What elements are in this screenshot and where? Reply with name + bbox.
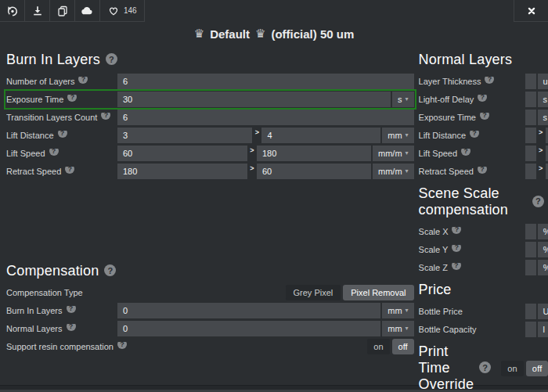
resin-profile-dialog: 146 ♛ Default ♛ (official) 50 um Burn In… (0, 0, 548, 385)
burnin-lift-speed-from-input[interactable] (117, 146, 247, 161)
normal-lift-speed-from-input[interactable] (525, 146, 536, 161)
normal-retract-speed-to-input[interactable] (546, 164, 548, 179)
cloud-button[interactable] (75, 0, 100, 22)
scale-z-input[interactable] (525, 260, 536, 275)
field-label: Lift Distance (419, 131, 467, 140)
support-resin-on-button[interactable]: on (367, 339, 389, 354)
field-label: Lift Speed (6, 149, 45, 158)
help-icon[interactable]: ? (452, 245, 461, 252)
light-off-delay-input[interactable] (525, 92, 536, 107)
profile-title: ♛ Default ♛ (official) 50 um (0, 23, 548, 44)
currency-label[interactable]: USD (538, 304, 548, 319)
help-icon[interactable]: ? (532, 196, 544, 207)
burnin-lift-distance-from-input[interactable] (117, 128, 252, 143)
help-icon[interactable]: ? (452, 227, 461, 234)
help-icon[interactable]: ? (452, 263, 461, 270)
unit-dropdown[interactable]: s ▾ (538, 110, 548, 125)
normal-exposure-time-input[interactable] (525, 110, 536, 125)
chevron-down-icon: ▾ (406, 168, 409, 174)
section-compensation: Compensation ? Compensation Type Grey Pi… (6, 263, 414, 354)
burnin-lift-speed-to-input[interactable] (257, 146, 371, 161)
close-button[interactable] (514, 0, 548, 22)
download-button[interactable] (25, 0, 50, 22)
grey-pixel-button[interactable]: Grey Pixel (286, 285, 341, 300)
chevron-down-icon: ▾ (406, 150, 409, 156)
field-label: Retract Speed (419, 167, 474, 176)
unit-dropdown[interactable]: mm ▾ (382, 128, 413, 143)
bottle-capacity-input[interactable] (525, 322, 536, 337)
unit-dropdown[interactable]: s ▾ (538, 92, 548, 107)
help-icon[interactable]: ? (480, 113, 489, 120)
field-label: Exposure Time (419, 113, 476, 122)
row-number-of-layers: Number of Layers ? (6, 74, 414, 89)
burn-in-layers-title: Burn In Layers ? (6, 52, 414, 68)
unit-dropdown[interactable]: mm/m ▾ (373, 146, 414, 161)
unit-dropdown[interactable]: mm ▾ (382, 321, 413, 336)
field-label: Number of Layers (6, 77, 74, 86)
chevron-down-icon: ▾ (406, 96, 409, 102)
burnin-lift-distance-to-input[interactable] (261, 128, 380, 143)
copy-icon (56, 5, 69, 17)
help-icon[interactable]: ? (117, 342, 127, 349)
field-label: Support resin compensation (6, 342, 114, 351)
normal-lift-speed-to-input[interactable] (546, 146, 548, 161)
bottle-price-input[interactable] (525, 304, 536, 319)
number-of-layers-input[interactable] (117, 74, 414, 89)
chevron-down-icon: ▾ (406, 325, 409, 332)
compensation-burn-in-input[interactable] (117, 303, 380, 318)
help-icon[interactable]: ? (78, 77, 88, 84)
help-icon[interactable]: ? (461, 149, 470, 156)
heart-icon (107, 5, 120, 17)
copy-button[interactable] (50, 0, 75, 22)
unit-dropdown[interactable]: um ▾ (538, 74, 548, 89)
burnin-exposure-time-input[interactable] (117, 92, 391, 107)
help-icon[interactable]: ? (58, 131, 67, 138)
row-normal-lift-distance: Lift Distance ? > mm ▾ (419, 128, 544, 143)
unit-dropdown[interactable]: l ▾ (538, 322, 548, 337)
help-icon[interactable]: ? (67, 95, 77, 102)
transition-layers-count-input[interactable] (117, 110, 414, 125)
print-time-override-on-button[interactable]: on (501, 361, 524, 376)
compensation-normal-input[interactable] (117, 321, 380, 336)
normal-layers-title: Normal Layers (419, 52, 544, 68)
help-icon[interactable]: ? (65, 167, 74, 174)
help-icon[interactable]: ? (67, 324, 76, 331)
normal-lift-distance-to-input[interactable] (546, 128, 548, 143)
help-icon[interactable]: ? (470, 131, 479, 138)
pixel-removal-button[interactable]: Pixel Removal (343, 285, 413, 300)
range-separator: > (247, 146, 257, 154)
help-icon[interactable]: ? (106, 53, 117, 65)
unit-label: % (538, 260, 548, 275)
help-icon[interactable]: ? (479, 361, 491, 373)
field-label: Transition Layers Count (6, 113, 97, 122)
chevron-down-icon: ▾ (406, 132, 409, 138)
normal-retract-speed-from-input[interactable] (525, 164, 536, 179)
unit-dropdown[interactable]: mm ▾ (382, 303, 413, 318)
scale-x-input[interactable] (525, 224, 536, 239)
print-time-override-off-button[interactable]: off (526, 361, 548, 376)
field-label: Normal Layers (6, 324, 63, 333)
burnin-retract-speed-from-input[interactable] (117, 164, 247, 179)
range-separator: > (247, 164, 257, 172)
row-transition-layers-count: Transition Layers Count ? (6, 110, 414, 125)
help-icon[interactable]: ? (478, 167, 487, 174)
help-icon[interactable]: ? (104, 264, 116, 276)
scale-y-input[interactable] (525, 242, 536, 257)
layer-thickness-input[interactable] (525, 74, 536, 89)
burnin-retract-speed-to-input[interactable] (257, 164, 371, 179)
row-normal-retract-speed: Retract Speed ? > mm/m ▾ (419, 164, 544, 179)
support-resin-off-button[interactable]: off (392, 339, 414, 354)
unit-dropdown[interactable]: s ▾ (392, 92, 414, 107)
help-icon[interactable]: ? (478, 95, 487, 102)
field-label: Scale Y (419, 245, 449, 254)
favorite-button[interactable]: 146 (100, 0, 145, 22)
help-icon[interactable]: ? (101, 113, 110, 120)
help-icon[interactable]: ? (67, 306, 76, 313)
help-icon[interactable]: ? (49, 149, 59, 156)
normal-lift-distance-from-input[interactable] (525, 128, 536, 143)
unit-dropdown[interactable]: mm/m ▾ (373, 164, 414, 179)
reset-button[interactable] (0, 0, 25, 22)
row-compensation-normal: Normal Layers ? mm ▾ (6, 321, 414, 336)
help-icon[interactable]: ? (485, 77, 494, 84)
section-price: Price Bottle Price USD ▴ (419, 282, 544, 337)
